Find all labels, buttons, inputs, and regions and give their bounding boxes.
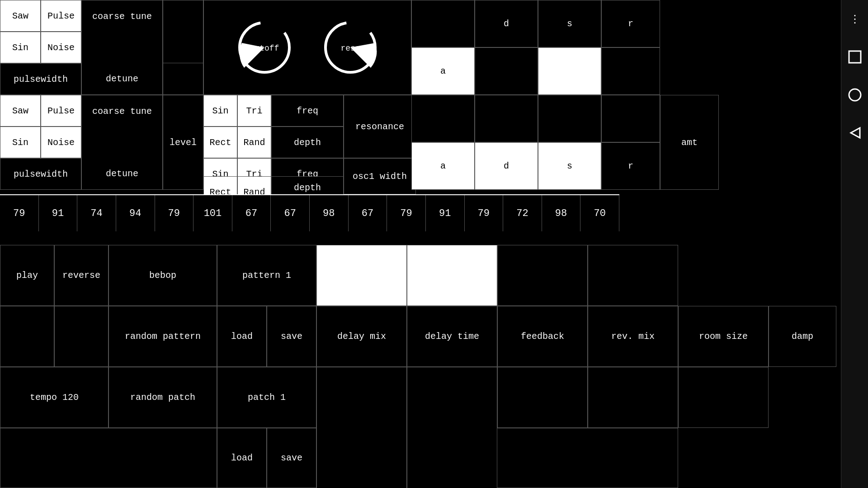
lfo1-rect-btn[interactable]: Rect: [203, 127, 237, 158]
seq-white-1: [316, 245, 407, 306]
osc1-sin-btn[interactable]: Sin: [0, 32, 41, 63]
osc1-width-label: osc1 width: [344, 158, 416, 194]
pattern-save-btn[interactable]: save: [267, 306, 316, 367]
svg-point-5: [849, 89, 861, 101]
seq-empty-6: [54, 306, 108, 367]
fx-slider-1[interactable]: [316, 367, 407, 488]
adsr2-a-black[interactable]: [411, 95, 475, 142]
main-wrapper: Saw Pulse Sin Noise coarse tune pulsewid…: [0, 0, 868, 488]
vel-8: 98: [310, 195, 349, 231]
vel-10: 79: [387, 195, 426, 231]
cutoff-knob-svg: cutoff: [235, 18, 294, 77]
lfo1-sin-btn[interactable]: Sin: [203, 95, 237, 127]
fx-empty-5: [678, 367, 769, 428]
play-btn[interactable]: play: [0, 245, 54, 306]
svg-text:cutoff: cutoff: [250, 44, 279, 53]
more-menu-btn[interactable]: ⋮: [845, 9, 865, 29]
svg-marker-6: [851, 128, 860, 138]
velocity-row: 79 91 74 94 79 101 67 67 98 67 79 91 79 …: [0, 195, 619, 231]
cutoff-knob-container[interactable]: cutoff: [235, 18, 294, 77]
circle-icon: [847, 87, 863, 103]
patch-load-btn[interactable]: load: [217, 428, 267, 488]
room-size-label: room size: [678, 306, 769, 367]
svg-text:reso: reso: [340, 44, 360, 53]
seq-empty-4: [588, 245, 678, 306]
reverse-btn[interactable]: reverse: [54, 245, 108, 306]
filter-knobs-area: cutoff reso: [203, 0, 411, 95]
square-icon-btn[interactable]: [845, 47, 865, 67]
adsr1-a-top: [411, 0, 475, 47]
vel-13: 72: [503, 195, 542, 231]
vel-7: 67: [271, 195, 310, 231]
lfo1-freq-label: freq: [271, 95, 344, 127]
vel-6: 67: [232, 195, 271, 231]
lfo1-rand-btn[interactable]: Rand: [237, 127, 271, 158]
seq-empty-2: [407, 245, 497, 306]
vel-11: 91: [426, 195, 465, 231]
play-back-icon: [847, 125, 863, 141]
osc2-pulsewidth-label: pulsewidth: [0, 158, 81, 190]
fx-empty-4: [588, 367, 678, 428]
vel-9: 67: [349, 195, 387, 231]
circle-icon-btn[interactable]: [845, 85, 865, 105]
osc1-coarse-lbl: coarse tune: [82, 0, 162, 32]
vel-5: 101: [193, 195, 232, 231]
lfo1-depth-label: depth: [271, 127, 344, 158]
osc1-saw-btn[interactable]: Saw: [0, 0, 41, 32]
delay-time-label: delay time: [407, 306, 497, 367]
adsr2-s-black[interactable]: [538, 95, 601, 142]
seq-empty-5: [0, 306, 54, 367]
adsr2-r-label-black: r: [601, 142, 660, 190]
filter-resonance-label: resonance: [344, 95, 416, 158]
adsr2-r-black[interactable]: [601, 95, 660, 142]
adsr2-d-label: d: [475, 142, 538, 190]
adsr1-r-black[interactable]: [601, 47, 660, 95]
rev-mix-label: rev. mix: [588, 306, 678, 367]
vel-15: 70: [580, 195, 619, 231]
osc1-pulse-btn[interactable]: Pulse: [41, 0, 81, 32]
vel-3: 94: [116, 195, 155, 231]
adsr1-s-label: s: [538, 0, 601, 47]
osc1-noise-btn[interactable]: Noise: [41, 32, 81, 63]
adsr2-s-label: s: [538, 142, 601, 190]
mid-gap: [0, 231, 619, 245]
adsr1-r-label: r: [601, 0, 660, 47]
osc2-saw-btn[interactable]: Saw: [0, 95, 41, 127]
adsr1-s-white[interactable]: [538, 47, 601, 95]
vel-0: 79: [0, 195, 39, 231]
adsr2-d-black[interactable]: [475, 95, 538, 142]
reso-knob-svg: reso: [321, 18, 380, 77]
adsr2-a-label: a: [411, 142, 475, 190]
patch-label: patch 1: [217, 367, 316, 428]
svg-rect-4: [849, 51, 861, 63]
feedback-label: feedback: [497, 306, 588, 367]
pattern-load-btn[interactable]: load: [217, 306, 267, 367]
play-back-btn[interactable]: [845, 123, 865, 143]
patch-save-btn[interactable]: save: [267, 428, 316, 488]
adsr1-d-black[interactable]: [475, 47, 538, 95]
bebop-btn[interactable]: bebop: [108, 245, 217, 306]
osc2-noise-btn[interactable]: Noise: [41, 127, 81, 158]
vel-2: 74: [77, 195, 116, 231]
bottom-left-black: [0, 428, 217, 488]
right-panel: ⋮: [841, 0, 868, 488]
delay-mix-label: delay mix: [316, 306, 407, 367]
fx-slider-2[interactable]: [407, 367, 497, 488]
osc2-coarse-lbl: coarse tune: [82, 95, 162, 127]
osc2-sin-btn[interactable]: Sin: [0, 127, 41, 158]
osc2-level-label: level: [163, 95, 203, 190]
vel-14: 98: [542, 195, 581, 231]
osc1-params-bg: coarse tune detune: [81, 0, 163, 95]
adsr2-amt-label: amt: [660, 95, 719, 190]
osc2-pulse-btn[interactable]: Pulse: [41, 95, 81, 127]
osc2-params-bg: coarse tune detune: [81, 95, 163, 190]
adsr1-a-white[interactable]: a: [411, 47, 475, 95]
random-patch-btn[interactable]: random patch: [108, 367, 217, 428]
osc1-pulsewidth-label: pulsewidth: [0, 63, 81, 95]
lfo1-tri-btn[interactable]: Tri: [237, 95, 271, 127]
seq-empty-3: [497, 245, 588, 306]
reso-knob-container[interactable]: reso: [321, 18, 380, 77]
osc1-level-spacer: [163, 0, 203, 63]
damp-label: damp: [769, 306, 836, 367]
random-pattern-btn[interactable]: random pattern: [108, 306, 217, 367]
